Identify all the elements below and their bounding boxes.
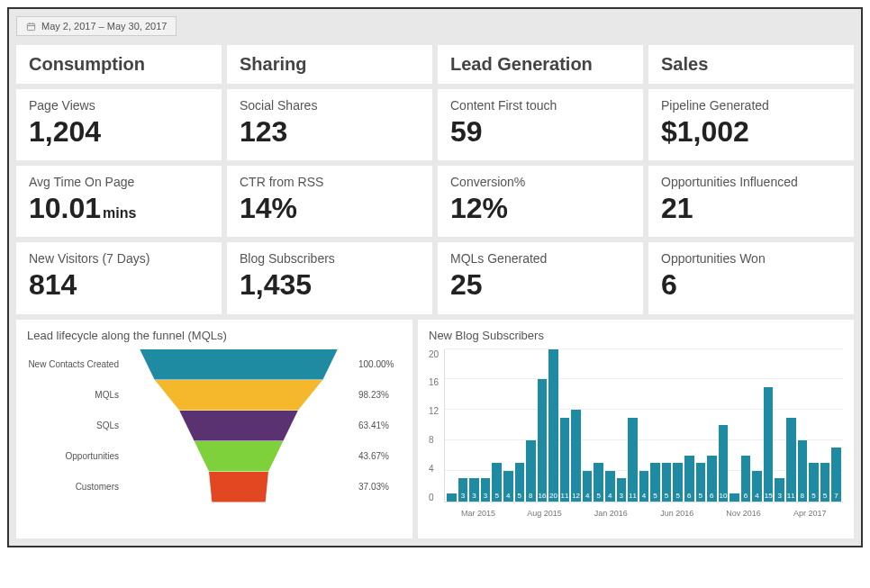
y-axis: 201612840: [429, 349, 444, 502]
x-tick: Aug 2015: [512, 509, 578, 518]
metric-value: 21: [661, 193, 841, 224]
bar: 11: [560, 418, 570, 502]
grid-line: [445, 348, 843, 349]
metric-value: 12%: [450, 193, 630, 224]
bar: 15: [764, 387, 774, 502]
funnel-stage-pct: 43.67%: [351, 451, 402, 461]
metric-value: 1,435: [240, 269, 420, 301]
bar: 4: [639, 471, 649, 502]
metric-value: 14%: [240, 193, 420, 224]
metric-ctr-rss: CTR from RSS 14%: [227, 166, 432, 237]
bar: 5: [515, 463, 525, 501]
funnel-stage-shape: [126, 411, 351, 441]
bar-value-label: 4: [506, 492, 510, 500]
bar-chart-title: New Blog Subscribers: [429, 329, 843, 342]
bar: 5: [594, 463, 603, 501]
bar: 3: [458, 478, 468, 501]
funnel-stage: Customers37.03%: [27, 472, 402, 502]
bar-value-label: 5: [675, 492, 679, 500]
bar: 5: [650, 463, 660, 501]
date-range-text: May 2, 2017 – May 30, 2017: [41, 21, 167, 32]
col-header-leadgen: Lead Generation: [438, 45, 643, 84]
bar: 5: [809, 463, 819, 501]
funnel-stage: MQLs98.23%: [27, 380, 402, 411]
bar: 4: [752, 471, 762, 502]
col-header-sharing: Sharing: [227, 45, 432, 84]
bar-value-label: 3: [777, 492, 781, 500]
bar-value-label: 4: [642, 492, 646, 500]
funnel-stage-label: Customers: [27, 482, 126, 492]
funnel-stage-shape: [126, 441, 351, 472]
bar-value-label: 12: [572, 492, 580, 500]
plot-area: Mar 2015Aug 2015Jan 2016Jun 2016Nov 2016…: [444, 349, 843, 502]
bar: 16: [538, 379, 548, 501]
metric-label: Avg Time On Page: [29, 175, 209, 189]
metric-new-visitors: New Visitors (7 Days) 814: [16, 242, 222, 313]
metric-label: Opportunities Won: [661, 251, 841, 266]
bar-value-label: 4: [585, 492, 589, 500]
funnel-stage-pct: 63.41%: [351, 421, 402, 430]
metric-value: 59: [450, 116, 630, 148]
metrics-grid: Consumption Sharing Lead Generation Sale…: [16, 45, 854, 314]
funnel-title: Lead lifecycle along the funnel (MQLs): [27, 329, 402, 342]
funnel-stage: SQLs63.41%: [27, 411, 402, 441]
x-tick: Jan 2016: [577, 509, 644, 518]
value-number: 10.01: [29, 192, 101, 224]
bar-value-label: 15: [765, 492, 773, 500]
bar: 5: [820, 463, 830, 501]
metric-label: Social Shares: [240, 98, 420, 113]
x-axis: Mar 2015Aug 2015Jan 2016Jun 2016Nov 2016…: [445, 509, 843, 518]
funnel-stage-pct: 37.03%: [351, 482, 402, 492]
y-tick: 16: [429, 377, 439, 387]
bar: 12: [571, 410, 581, 501]
bar-value-label: 5: [811, 492, 815, 500]
bar-value-label: 3: [620, 492, 623, 500]
metric-label: Opportunities Influenced: [661, 175, 841, 189]
bar-value-label: 3: [472, 492, 476, 500]
metric-conversion: Conversion% 12%: [438, 166, 643, 237]
grid-line: [445, 409, 843, 410]
charts-row: Lead lifecycle along the funnel (MQLs) N…: [16, 320, 854, 538]
x-tick: Jun 2016: [644, 509, 711, 518]
bar: 4: [605, 471, 615, 502]
funnel-stage-pct: 98.23%: [351, 390, 402, 400]
bar: 5: [492, 463, 502, 501]
metric-social-shares: Social Shares 123: [227, 89, 432, 160]
grid-line: [445, 439, 843, 440]
x-tick: Apr 2017: [776, 509, 843, 518]
metric-label: Page Views: [29, 98, 209, 113]
bar-value-label: 6: [744, 492, 748, 500]
funnel-stage: Opportunities43.67%: [27, 441, 402, 472]
bar: [447, 493, 457, 501]
bar-value-label: 10: [719, 492, 727, 500]
metric-value: 814: [29, 269, 209, 301]
metric-label: MQLs Generated: [450, 251, 630, 266]
metric-value: 6: [661, 269, 841, 301]
funnel-stage-label: New Contacts Created: [27, 359, 126, 369]
metric-label: Content First touch: [450, 98, 630, 113]
metric-label: Pipeline Generated: [661, 98, 841, 113]
bar-chart-card: New Blog Subscribers 201612840 Mar 2015A…: [418, 320, 854, 538]
bar: 3: [481, 478, 491, 501]
bar: 5: [696, 463, 706, 501]
metric-label: CTR from RSS: [240, 175, 420, 189]
bar-chart-body: 201612840 Mar 2015Aug 2015Jan 2016Jun 20…: [429, 349, 843, 529]
bar: 3: [775, 478, 784, 501]
funnel-stage-shape: [126, 472, 351, 502]
metric-value: 1,204: [29, 116, 209, 148]
metric-value: $1,002: [661, 116, 841, 148]
grid-line: [445, 378, 843, 379]
bar-value-label: 6: [687, 492, 691, 500]
bar-value-label: 3: [484, 492, 487, 500]
metric-content-first-touch: Content First touch 59: [438, 89, 643, 160]
metric-label: Conversion%: [450, 175, 630, 189]
metric-blog-subscribers: Blog Subscribers 1,435: [227, 242, 432, 313]
bar: 6: [707, 456, 717, 502]
dashboard-frame: May 2, 2017 – May 30, 2017 Consumption S…: [7, 7, 863, 547]
bar-value-label: 5: [653, 492, 657, 500]
bar: 11: [628, 418, 638, 502]
x-tick: Mar 2015: [445, 509, 512, 518]
date-range-picker[interactable]: May 2, 2017 – May 30, 2017: [16, 16, 177, 36]
bar: 3: [469, 478, 479, 501]
bar-value-label: 5: [518, 492, 521, 500]
